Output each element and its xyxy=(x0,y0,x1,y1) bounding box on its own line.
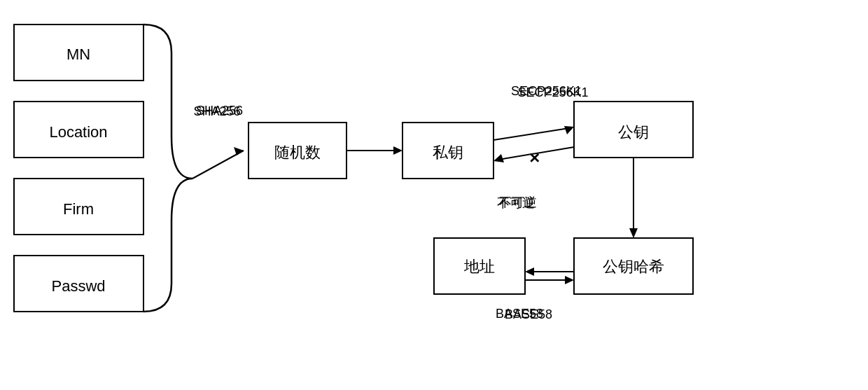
sha256-label: SHA256 xyxy=(196,104,243,118)
private-key-box xyxy=(402,123,493,179)
svg-marker-34 xyxy=(525,267,534,276)
input-box-mn xyxy=(14,25,144,81)
svg-marker-36 xyxy=(565,276,574,284)
public-key-box xyxy=(574,102,693,158)
diagram: MN Location Firm Passwd 随机数 私钥 公钥 公钥哈希 地… xyxy=(0,0,868,390)
base58-label: BASE58 xyxy=(496,307,543,321)
svg-marker-25 xyxy=(393,146,402,155)
svg-line-22 xyxy=(192,151,244,179)
input-box-location xyxy=(14,102,144,158)
svg-text:✕: ✕ xyxy=(528,151,540,166)
random-number-box xyxy=(248,123,346,179)
svg-marker-29 xyxy=(493,154,504,162)
svg-marker-23 xyxy=(234,147,244,155)
svg-marker-27 xyxy=(564,126,574,134)
input-box-passwd xyxy=(14,256,144,312)
input-box-firm xyxy=(14,179,144,235)
public-key-hash-box xyxy=(574,238,693,294)
svg-marker-32 xyxy=(629,228,638,238)
secp256k1-label: SECP256K1 xyxy=(511,84,582,99)
svg-line-26 xyxy=(493,128,569,140)
irreversible-label: 不可逆 xyxy=(497,195,535,211)
address-box xyxy=(434,238,525,294)
